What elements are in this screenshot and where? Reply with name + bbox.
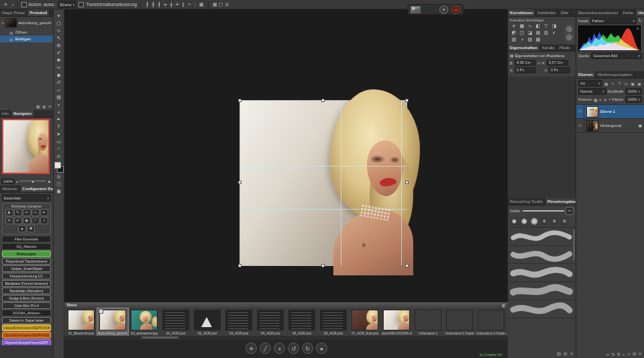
transform-handle[interactable] — [238, 264, 241, 267]
filter-smart-object-icon[interactable]: ▣ — [630, 81, 635, 86]
transform-handle[interactable] — [405, 264, 409, 267]
navigator-proxy-view[interactable] — [2, 119, 50, 174]
distribute-v-icon[interactable]: ≡ — [186, 2, 193, 7]
canvas-image[interactable]: ✻ — [240, 101, 407, 265]
tab-configurator-reloaded[interactable]: Configurator Reloaded — [20, 185, 53, 192]
dodge-burn-kurven-button[interactable]: Dodge & Burn (Kurven) — [2, 295, 51, 302]
eraser-tool[interactable]: ▱ — [54, 86, 64, 93]
history-snapshot[interactable]: ✑ abdunklung_gesicht.psd — [0, 17, 53, 29]
new-snapshot-icon[interactable]: ◉ — [42, 104, 46, 109]
tab-info[interactable]: Info — [0, 110, 11, 117]
guide-vertical[interactable] — [401, 101, 402, 265]
warp-tool-icon[interactable]: ▲ — [18, 225, 26, 232]
brush-tool-icon[interactable]: ✑ — [23, 209, 31, 216]
tab-kan-le[interactable]: Kanäle — [540, 44, 557, 51]
proportional-transformieren-button[interactable]: Proportional Transformieren — [2, 258, 51, 265]
doc-preview[interactable] — [162, 310, 189, 330]
width-field[interactable]: 8,08 Cm — [515, 60, 536, 66]
hand-tool[interactable]: ☞ — [54, 145, 64, 152]
gradient-map-icon[interactable]: ▩ — [534, 36, 542, 43]
layer-thumbnail[interactable] — [586, 120, 598, 132]
color-balance-icon[interactable]: ◩ — [510, 30, 518, 36]
doc-preview[interactable] — [68, 310, 95, 330]
configurator-preset-dropdown[interactable]: Essentials▾ — [2, 194, 51, 202]
doc-preview[interactable] — [288, 310, 315, 330]
layer-name[interactable]: Ebene 1 — [600, 109, 644, 114]
brightness-contrast-icon[interactable]: ☀ — [510, 23, 518, 30]
scrollbar[interactable] — [573, 229, 575, 260]
navigator-zoom-slider[interactable]: ▲ — [19, 181, 46, 181]
history-state-einf-gen[interactable]: ▤Einfügen — [0, 36, 53, 42]
distribute-spacing-icon[interactable]: ⋮ — [193, 2, 199, 7]
delete-state-icon[interactable]: ✕ — [48, 104, 52, 109]
layer-mask-icon[interactable]: ◍ — [616, 351, 621, 357]
align-right-edges-icon[interactable]: ┨ — [156, 2, 162, 7]
x-field[interactable]: 0 Px — [515, 67, 536, 73]
lock-paint-icon[interactable]: ✑ — [599, 97, 602, 102]
layer-group-icon[interactable]: ▱ — [627, 351, 631, 357]
arrange-documents-icon[interactable]: ▦ — [212, 2, 218, 7]
rotate-ccw-button[interactable]: ↺ — [288, 343, 299, 354]
layer-filter-dropdown[interactable]: Art▾ — [578, 80, 602, 87]
new-document-from-state-icon[interactable]: ▣ — [36, 104, 40, 109]
workspace-switcher-icon[interactable]: ☰ — [224, 2, 230, 7]
rotate-cw-button[interactable]: ↻ — [302, 343, 313, 354]
tab-aktionen[interactable]: Aktionen — [0, 185, 20, 192]
black-white-icon[interactable]: ◫ — [518, 30, 526, 36]
canvas-area[interactable]: ✻ — [64, 9, 508, 302]
stamp-tool-icon[interactable]: ◉ — [23, 217, 31, 224]
filter-adjustment-layers-icon[interactable]: ◐ — [610, 81, 616, 85]
brush-stroke-preset[interactable] — [508, 300, 576, 318]
height-field[interactable]: 5,57 Cm — [547, 60, 568, 66]
tab-pfade[interactable]: Pfade — [557, 44, 573, 51]
clippeddominante-seppelfgb-button[interactable]: ClippedDominante/SEPPelfGB — [2, 332, 51, 339]
collapsed-panel-button[interactable] — [566, 34, 572, 40]
contrast-tool-icon[interactable]: ◑ — [40, 217, 48, 224]
color-lookup-icon[interactable]: ▥ — [542, 30, 550, 36]
screen-mode-standard-icon[interactable]: ▢ — [54, 180, 64, 187]
doc-thumbnail-02-acr-psd[interactable]: 02_ACR.psd — [192, 308, 223, 336]
eyedropper-tool[interactable]: ✐ — [54, 49, 64, 56]
color-efex-pro-4-button[interactable]: Color Efex Pro 4 — [2, 302, 51, 309]
doc-preview[interactable] — [415, 310, 441, 330]
history-brush-source-icon[interactable]: ✑ — [1, 21, 4, 25]
frequenztrennung-cc-button[interactable]: Frequenztrennung CC — [2, 273, 51, 279]
align-centers-v-icon[interactable]: ╁ — [168, 2, 174, 7]
auto-align-icon[interactable]: ▦ — [199, 2, 205, 7]
zoom-in-icon[interactable]: ▲ — [47, 179, 52, 183]
layer-effects-icon[interactable]: fx — [611, 352, 614, 357]
lock-position-icon[interactable]: ✛ — [604, 97, 607, 102]
red-brush-button[interactable]: ✑ — [451, 5, 460, 14]
doc-preview[interactable] — [194, 310, 221, 330]
scrollbar-thumb[interactable] — [142, 337, 178, 339]
brush-size-slider[interactable] — [523, 210, 564, 212]
rectangular-marquee-tool[interactable]: ▢ — [54, 19, 64, 27]
brush-preset[interactable] — [530, 217, 539, 226]
tab-stile[interactable]: Stile — [559, 9, 572, 16]
guide-horizontal[interactable] — [240, 166, 407, 167]
doc-thumbnail-03-acr-psd[interactable]: 03_ACR.psd — [223, 308, 254, 336]
doc-thumbnail-04-acr-psd[interactable]: 04_ACR.psd — [255, 308, 286, 336]
invert-icon[interactable]: ◐ — [550, 30, 558, 36]
guide-horizontal[interactable] — [240, 209, 407, 210]
source-dropdown[interactable]: Gesamtes Bild▾ — [591, 52, 642, 59]
pan-button[interactable]: ✛ — [246, 343, 257, 354]
doc-preview[interactable] — [478, 310, 504, 330]
tab-retouching-toolkit[interactable]: Retouching Toolkit — [508, 198, 545, 205]
dateien-in-stapel-laden-button[interactable]: Dateien in Stapel laden — [2, 317, 51, 324]
bandpass-formen-betonen-button[interactable]: Bandpass (Formen betonen) — [2, 280, 51, 287]
zoom-slider-thumb[interactable]: ▲ — [31, 179, 34, 183]
doc-thumbnail-unbenannt-1-kopie[interactable]: Unbenannt-1 Kopie — [444, 308, 475, 336]
zoom-line-button[interactable]: ╱ — [260, 343, 271, 354]
delete-layer-icon[interactable]: ✕ — [639, 351, 642, 357]
filter-toggle-icon[interactable]: ◉ — [637, 81, 642, 86]
toggle-bristle-preview-button[interactable]: ✑ — [566, 207, 574, 215]
cached-data-warning-icon[interactable]: ⚠ — [637, 26, 639, 30]
doc-thumbnail-01-acr-psd[interactable]: 01_ACR.psd — [160, 308, 191, 336]
collapsed-panel-button[interactable] — [566, 26, 572, 32]
link-dimensions-icon[interactable]: ∞ — [537, 61, 540, 65]
filter-shape-layers-icon[interactable]: ▭ — [623, 81, 629, 86]
tab-werkzeugvorgaben[interactable]: Werkzeugvorgaben — [596, 71, 635, 78]
doc-thumbnail-07-acr-final-psd[interactable]: 07_ACR_final.psd — [350, 308, 380, 336]
reset-view-button[interactable]: ● — [316, 343, 327, 354]
